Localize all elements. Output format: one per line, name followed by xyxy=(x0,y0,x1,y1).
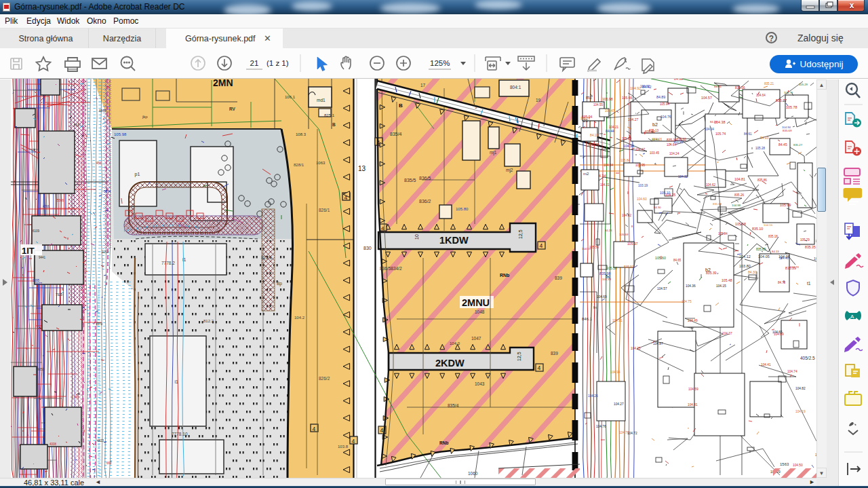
svg-text:84.93: 84.93 xyxy=(760,136,769,140)
svg-text:i1: i1 xyxy=(182,257,186,262)
svg-text:104.55: 104.55 xyxy=(593,103,603,107)
svg-text:104.0: 104.0 xyxy=(450,341,460,345)
svg-text:105.68: 105.68 xyxy=(735,222,746,226)
svg-text:104.21: 104.21 xyxy=(600,183,610,187)
svg-text:835.26: 835.26 xyxy=(734,193,744,197)
svg-text:104.74: 104.74 xyxy=(787,370,797,373)
svg-text:jkp: jkp xyxy=(142,115,148,119)
svg-text:104.81: 104.81 xyxy=(734,177,745,181)
svg-text:826/1: 826/1 xyxy=(319,208,330,212)
svg-text:835.90: 835.90 xyxy=(624,265,634,269)
svg-text:104.47: 104.47 xyxy=(635,148,645,151)
svg-text:9695: 9695 xyxy=(33,279,40,282)
svg-text:105.60: 105.60 xyxy=(655,256,666,260)
svg-text:103.45: 103.45 xyxy=(650,151,659,155)
svg-text:104.59: 104.59 xyxy=(688,388,698,391)
svg-text:835.35: 835.35 xyxy=(805,245,816,249)
svg-text:8517: 8517 xyxy=(74,124,81,127)
svg-text:104.49: 104.49 xyxy=(688,319,698,322)
svg-text:104.24: 104.24 xyxy=(669,152,679,155)
svg-text:4823: 4823 xyxy=(97,439,104,443)
svg-text:835.85: 835.85 xyxy=(756,248,766,251)
svg-text:663: 663 xyxy=(106,462,112,465)
svg-text:835.56: 835.56 xyxy=(735,86,745,90)
svg-text:822/1: 822/1 xyxy=(261,255,273,260)
svg-text:835.21: 835.21 xyxy=(764,82,774,86)
svg-text:103.19: 103.19 xyxy=(638,184,648,187)
svg-text:6109: 6109 xyxy=(33,229,40,233)
svg-text:104.16: 104.16 xyxy=(764,223,773,227)
svg-text:839: 839 xyxy=(555,276,562,280)
svg-text:mj2: mj2 xyxy=(506,168,513,173)
svg-text:104.74: 104.74 xyxy=(790,265,799,269)
svg-text:RV: RV xyxy=(229,107,236,111)
svg-text:104.76: 104.76 xyxy=(660,115,671,119)
svg-text:9050: 9050 xyxy=(37,368,45,371)
svg-text:104.60: 104.60 xyxy=(637,198,647,201)
svg-text:835/4: 835/4 xyxy=(448,403,459,408)
svg-text:4: 4 xyxy=(538,364,541,371)
svg-text:104.94: 104.94 xyxy=(782,126,791,129)
svg-text:105.56: 105.56 xyxy=(589,246,599,249)
svg-text:4008: 4008 xyxy=(50,443,57,446)
svg-text:835.60: 835.60 xyxy=(677,138,686,141)
svg-text:103.8: 103.8 xyxy=(338,445,349,449)
svg-text:835.13: 835.13 xyxy=(649,129,658,132)
svg-text:1060: 1060 xyxy=(468,471,478,476)
svg-text:828/1: 828/1 xyxy=(294,163,304,167)
svg-text:104.38: 104.38 xyxy=(714,120,726,124)
svg-text:105.98: 105.98 xyxy=(114,132,127,136)
svg-text:104.92: 104.92 xyxy=(630,86,641,90)
svg-text:84.42: 84.42 xyxy=(642,85,652,89)
svg-text:456: 456 xyxy=(96,162,102,165)
svg-text:405/2.5: 405/2.5 xyxy=(800,356,815,360)
svg-text:RNb: RNb xyxy=(500,273,509,278)
svg-text:830: 830 xyxy=(363,246,372,250)
svg-text:84.61: 84.61 xyxy=(744,132,752,136)
svg-text:105.28: 105.28 xyxy=(755,147,765,150)
svg-text:1043: 1043 xyxy=(475,381,485,386)
svg-text:104.36: 104.36 xyxy=(686,284,696,288)
svg-text:104.91: 104.91 xyxy=(612,319,623,322)
svg-text:2KDW: 2KDW xyxy=(435,358,465,369)
svg-text:105.29: 105.29 xyxy=(799,83,808,86)
svg-text:104.2: 104.2 xyxy=(294,316,305,320)
svg-text:84.23: 84.23 xyxy=(605,229,612,232)
svg-text:104.25: 104.25 xyxy=(631,347,641,350)
svg-text:A: A xyxy=(850,314,854,320)
svg-text:x: x xyxy=(850,1,854,10)
svg-text:835.27: 835.27 xyxy=(793,143,803,147)
svg-text:104.69: 104.69 xyxy=(597,295,607,299)
svg-text:7929: 7929 xyxy=(56,293,63,297)
svg-text:105.50: 105.50 xyxy=(606,266,617,270)
svg-text:t1: t1 xyxy=(807,281,811,286)
svg-text:84.65: 84.65 xyxy=(673,259,682,262)
svg-text:835.10: 835.10 xyxy=(752,227,763,231)
svg-text:104.32: 104.32 xyxy=(622,214,631,217)
svg-text:812.2: 812.2 xyxy=(203,319,214,323)
svg-text:8846: 8846 xyxy=(99,109,106,113)
svg-text:104.51: 104.51 xyxy=(582,247,591,250)
svg-text:(1 z 1): (1 z 1) xyxy=(267,59,289,67)
svg-text:836/5: 836/5 xyxy=(419,176,431,181)
svg-text:835.34: 835.34 xyxy=(667,138,677,142)
svg-text:835.39: 835.39 xyxy=(706,271,717,275)
svg-text:104.75: 104.75 xyxy=(682,300,692,303)
svg-text:4: 4 xyxy=(352,438,355,445)
svg-text:105.98: 105.98 xyxy=(602,97,613,101)
svg-text:108.3: 108.3 xyxy=(296,132,307,136)
svg-text:9: 9 xyxy=(475,105,477,109)
svg-text:104.32: 104.32 xyxy=(678,175,688,179)
svg-text:104.12: 104.12 xyxy=(739,255,751,259)
svg-text:104.15: 104.15 xyxy=(716,284,726,288)
svg-text:84.44: 84.44 xyxy=(606,129,614,133)
svg-text:4: 4 xyxy=(380,427,384,434)
svg-text:10: 10 xyxy=(414,234,419,240)
svg-text:1047: 1047 xyxy=(471,336,481,341)
svg-text:12,5: 12,5 xyxy=(517,352,521,361)
svg-text:105.66: 105.66 xyxy=(622,96,633,100)
svg-text:m2: m2 xyxy=(583,172,589,176)
svg-text:104.64: 104.64 xyxy=(756,94,766,97)
svg-text:105.99: 105.99 xyxy=(780,203,791,207)
svg-text:104.87: 104.87 xyxy=(653,342,663,345)
